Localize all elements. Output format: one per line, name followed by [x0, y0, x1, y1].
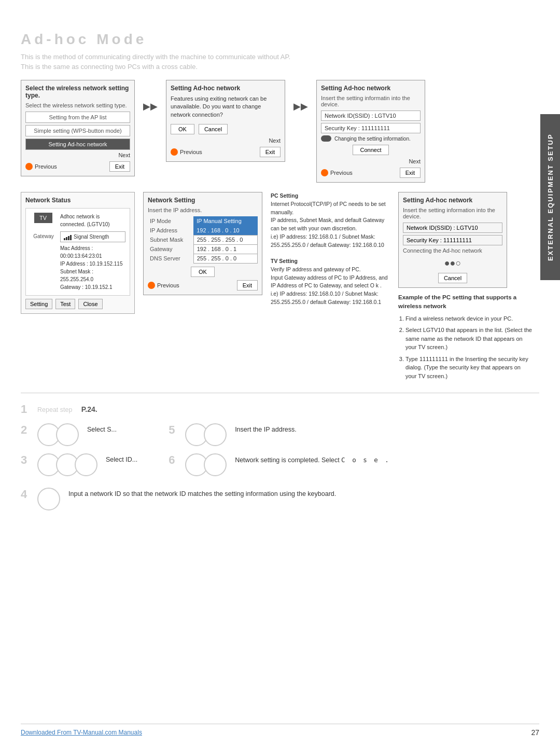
ipaddress-value: 192 . 168 . 0 . 10 — [193, 226, 257, 235]
tips-list: Find a wireless network device in your P… — [398, 314, 533, 381]
arrow1: ▶▶ — [143, 80, 158, 112]
dialog-wireless-type: Select the wireless network setting type… — [21, 80, 135, 176]
pc-setting-text: PC Setting Internet Protocol(TCP/IP) of … — [271, 192, 390, 307]
step3-circles — [37, 453, 97, 476]
arrow2: ▶▶ — [293, 80, 308, 112]
ns-info: Adhoc network is connected. (LGTV10) Sig… — [60, 213, 125, 291]
step4-text-content: Input a network ID so that the network I… — [68, 490, 336, 499]
step6-text: Network setting is completed. Select C o… — [235, 453, 390, 465]
netsetting-title: Network Setting — [148, 197, 258, 204]
netsetting-ok-btn[interactable]: OK — [191, 267, 215, 277]
ns-adhoc-msg: Adhoc network is connected. (LGTV10) — [60, 213, 125, 228]
netsetting-previous-label: Previous — [157, 282, 179, 288]
netsetting-previous-btn[interactable]: Previous — [148, 282, 179, 289]
step5-text: Insert the IP address. — [235, 423, 297, 435]
step3-text: Select ID... — [106, 453, 137, 465]
ns-inner: TV Gateway Adhoc network is connected. (… — [25, 208, 130, 296]
dns-value: 255 . 255 . 0 . 0 — [193, 254, 257, 263]
dialog-adhoc-connecting: Setting Ad-hoc network Insert the settin… — [398, 192, 507, 288]
steps-left: 2 Select S... 3 Select ID... — [21, 423, 137, 483]
step4-text: Input a network ID so that the network I… — [68, 488, 336, 499]
ipaddress-label: IP Address — [148, 226, 193, 235]
pc-text2: IP address, Subnet Mask, and default Gat… — [271, 217, 384, 231]
dialog4-cancel-wrap: Cancel — [403, 273, 502, 283]
step1-text: Repeat step P.24. — [37, 403, 97, 415]
ns-signal: Signal Strength — [60, 231, 125, 242]
step2-circle2 — [56, 423, 79, 446]
tips-title: Example of the PC setting that supports … — [398, 293, 533, 311]
dialog2-cancel-btn[interactable]: Cancel — [199, 124, 228, 134]
menu-item-adhoc[interactable]: Setting Ad-hoc network — [25, 139, 130, 150]
dialog3-exit-btn[interactable]: Exit — [400, 168, 421, 178]
gateway-value: 192 . 168 . 0 . 1 — [193, 244, 257, 254]
step5-circles — [185, 423, 227, 446]
dialog4-cancel-btn[interactable]: Cancel — [438, 273, 467, 283]
toggle-circle[interactable] — [321, 135, 331, 142]
step1-row: 1 Repeat step P.24. — [21, 403, 539, 416]
menu-item-ap[interactable]: Setting from the AP list — [25, 112, 130, 123]
tv-setting-title: TV Setting — [271, 258, 298, 264]
bar3 — [68, 236, 69, 240]
dialog1-title: Select the wireless network setting type… — [25, 85, 130, 99]
steps-right: 5 Insert the IP address. 6 Network — [169, 423, 390, 483]
ns-tv-label: TV Gateway — [30, 213, 56, 239]
ns-close-btn[interactable]: Close — [78, 299, 102, 309]
gateway-label: Gateway — [148, 244, 193, 254]
dialog4-title: Setting Ad-hoc network — [403, 197, 502, 204]
subnet-value: 255 . 255 . 255 . 0 — [193, 235, 257, 244]
subtitle2: This is the same as connecting two PCs w… — [21, 63, 539, 71]
dialog1-footer: Previous Exit — [25, 161, 130, 172]
dialog3-subtitle: Insert the setting informatin into the d… — [321, 95, 421, 107]
dialog4-security-key: Security Key : 111111111 — [403, 235, 502, 245]
dialog2-exit-btn[interactable]: Exit — [260, 147, 281, 157]
signal-label: Signal Strength — [74, 233, 109, 241]
table-row-ipmode: IP Mode IP Manual Setting — [148, 216, 258, 226]
step6-text-label: Network setting is completed. Select — [235, 457, 339, 464]
step1-page: P.24. — [81, 403, 97, 413]
step4-circle1 — [37, 488, 60, 510]
netsetting-table: IP Mode IP Manual Setting IP Address 192… — [148, 216, 258, 264]
dialogs-row-top: Select the wireless network setting type… — [21, 80, 539, 183]
signal-bars — [64, 234, 72, 240]
dialog2-ok-btn[interactable]: OK — [171, 124, 194, 134]
step6-num: 6 — [169, 453, 180, 467]
footer-link[interactable]: Downloaded From TV-Manual.com Manuals — [21, 729, 142, 736]
ipmode-value: IP Manual Setting — [193, 216, 257, 226]
dialog3-previous-btn[interactable]: Previous — [321, 169, 353, 176]
dialog4-subtitle: Insert the setting information into the … — [403, 207, 502, 219]
ns-setting-btn[interactable]: Setting — [25, 299, 52, 309]
ns-test-btn[interactable]: Test — [55, 299, 75, 309]
dialog3-connect-btn[interactable]: Connect — [353, 145, 389, 155]
page-title: Ad-hoc Mode — [21, 31, 539, 48]
step3-num: 3 — [21, 453, 32, 467]
right-col: Setting Ad-hoc network Insert the settin… — [398, 192, 533, 383]
tip3: Type 111111111 in the Inserting the secu… — [405, 355, 533, 381]
dialogs-row-bottom: Network Status TV Gateway Adhoc network … — [21, 192, 539, 383]
dialog3-next: Next — [321, 158, 421, 164]
step3-circle3 — [75, 453, 97, 476]
ns-ip: IP Address : 10.19.152.115 — [60, 260, 125, 268]
menu-item-wps[interactable]: Simple setting (WPS-button mode) — [25, 125, 130, 136]
dialog3-toggle-label: Changing the setting information. — [334, 136, 411, 142]
ns-mac: Mac Address : 00:00:13:64:23:01 — [60, 244, 125, 260]
dialog-netsetting: Network Setting Insert the IP address. I… — [143, 192, 262, 295]
dialog1-previous-btn[interactable]: Previous — [25, 163, 57, 170]
page-number: 27 — [531, 728, 539, 737]
connecting-dots: ●●○ — [403, 258, 502, 269]
tip2: Select LGTV10 that appears in the list. … — [405, 326, 533, 352]
netsetting-exit-btn[interactable]: Exit — [237, 280, 258, 290]
dialog3-previous-label: Previous — [330, 170, 353, 176]
step5-circle2 — [204, 423, 227, 446]
dialog4-connecting-msg: Connecting the Ad-hoc network — [403, 247, 502, 254]
dialog3-security-key: Security Key : 111111111 — [321, 123, 421, 133]
dialog3-toggle-row: Changing the setting information. — [321, 135, 421, 142]
dns-label: DNS Server — [148, 254, 193, 263]
dialog1-subtitle: Select the wireless network setting type… — [25, 102, 130, 108]
step2-num: 2 — [21, 423, 32, 437]
dialog2-footer: Previous Exit — [171, 147, 281, 157]
dialog2-previous-btn[interactable]: Previous — [171, 148, 202, 156]
dialog3-footer: Previous Exit — [321, 168, 421, 178]
table-row-gateway: Gateway 192 . 168 . 0 . 1 — [148, 244, 258, 254]
step2-text: Select S... — [87, 423, 117, 435]
dialog1-exit-btn[interactable]: Exit — [109, 161, 130, 172]
